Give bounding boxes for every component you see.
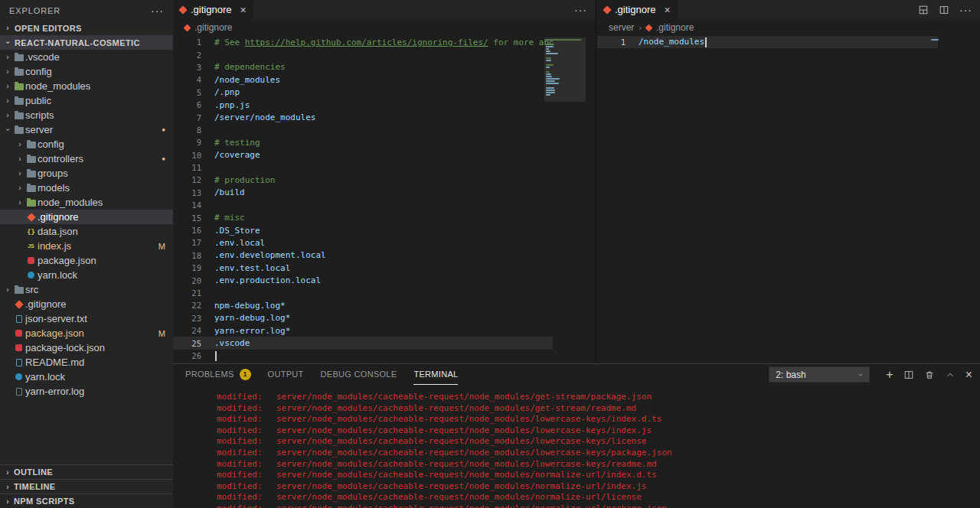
tree-item-gitignore[interactable]: .gitignore xyxy=(0,297,173,311)
new-terminal-icon[interactable]: + xyxy=(886,369,893,381)
tree-item-config[interactable]: ›config xyxy=(0,137,173,151)
code-line-13[interactable]: 13/build xyxy=(173,187,553,199)
sidebar-section-timeline[interactable]: ›TIMELINE xyxy=(0,479,173,493)
close-icon[interactable]: × xyxy=(240,5,246,15)
breadcrumb-item-server[interactable]: server xyxy=(609,22,634,33)
tree-item-yarn-error-log[interactable]: yarn-error.log xyxy=(0,384,173,399)
tab-gitignore-root[interactable]: .gitignore × xyxy=(173,0,253,19)
code-line-6[interactable]: 6.pnp.js xyxy=(173,99,553,111)
code-line-2[interactable]: 2 xyxy=(173,48,553,60)
tree-item-models[interactable]: ›models xyxy=(0,181,173,195)
tree-item-scripts[interactable]: ›scripts xyxy=(0,108,173,122)
workspace-section[interactable]: › REACT-NATURAL-COSMETIC xyxy=(0,35,173,50)
git-file-icon xyxy=(184,24,191,31)
tree-item-gitignore[interactable]: .gitignore xyxy=(0,210,173,224)
more-actions-icon[interactable]: ··· xyxy=(959,4,972,16)
sidebar-section-npm-scripts[interactable]: ›NPM SCRIPTS xyxy=(0,493,173,508)
code-line-10[interactable]: 10/coverage xyxy=(173,149,553,161)
tree-item-json-server-txt[interactable]: json-server.txt xyxy=(0,311,173,326)
code-line-12[interactable]: 12# production xyxy=(173,174,553,186)
tab-gitignore-server[interactable]: .gitignore × xyxy=(597,0,678,19)
code-line-1[interactable]: 1# See https://help.github.com/articles/… xyxy=(173,36,553,48)
code-editor-right[interactable]: 1/node_modules xyxy=(597,36,980,363)
code-line-8[interactable]: 8 xyxy=(173,124,553,136)
folder-icon xyxy=(15,54,24,61)
file-icon-wrap xyxy=(12,53,25,61)
breadcrumb-item-gitignore[interactable]: .gitignore xyxy=(656,22,694,33)
folder-icon xyxy=(27,156,36,163)
close-panel-icon[interactable]: × xyxy=(965,369,972,381)
tree-item-yarn-lock[interactable]: yarn.lock xyxy=(0,370,173,384)
close-icon[interactable]: × xyxy=(664,5,670,15)
token-entry: .DS_Store xyxy=(214,226,260,236)
tree-item-public[interactable]: ›public xyxy=(0,93,173,108)
tree-item-server[interactable]: ›server● xyxy=(0,122,173,137)
yarn-file-icon xyxy=(28,272,34,278)
terminal-shell-select[interactable]: 2: bash xyxy=(769,366,870,383)
tree-item-src[interactable]: ›src xyxy=(0,282,173,297)
tree-item-package-json[interactable]: package.json xyxy=(0,253,173,268)
open-editors-section[interactable]: › OPEN EDITORS xyxy=(0,21,173,35)
tree-item-package-lock-json[interactable]: package-lock.json xyxy=(0,340,173,355)
breadcrumb[interactable]: server›.gitignore xyxy=(597,19,980,36)
split-editor-icon[interactable] xyxy=(939,5,949,15)
tree-item-label: yarn-error.log xyxy=(25,386,84,397)
minimap[interactable] xyxy=(544,36,584,363)
minimap[interactable] xyxy=(929,36,969,363)
code-line-21[interactable]: 21 xyxy=(173,287,553,299)
chevron-down-icon: › xyxy=(4,125,12,135)
code-line-3[interactable]: 3# dependencies xyxy=(173,61,553,73)
chevron-right-icon: › xyxy=(3,96,12,105)
panel-tab-output[interactable]: OUTPUT xyxy=(268,364,304,385)
breadcrumb-item-gitignore[interactable]: .gitignore xyxy=(194,22,232,33)
kill-terminal-icon[interactable] xyxy=(924,370,935,380)
line-text xyxy=(201,350,553,361)
code-editor-left[interactable]: 1# See https://help.github.com/articles/… xyxy=(173,36,595,363)
tree-item-node-modules[interactable]: ›node_modules xyxy=(0,79,173,93)
code-line-19[interactable]: 19.env.test.local xyxy=(173,262,553,274)
code-line-1[interactable]: 1/node_modules xyxy=(597,36,938,48)
code-line-7[interactable]: 7/server/node_modules xyxy=(173,111,553,123)
code-line-22[interactable]: 22npm-debug.log* xyxy=(173,299,553,311)
code-line-23[interactable]: 23yarn-debug.log* xyxy=(173,312,553,324)
tree-item-controllers[interactable]: ›controllers● xyxy=(0,151,173,166)
code-line-5[interactable]: 5/.pnp xyxy=(173,86,553,99)
code-line-16[interactable]: 16.DS_Store xyxy=(173,224,553,236)
code-line-15[interactable]: 15# misc xyxy=(173,211,553,223)
panel-tab-debug-console[interactable]: DEBUG CONSOLE xyxy=(321,364,397,385)
split-terminal-icon[interactable] xyxy=(903,370,914,380)
bottom-panel: PROBLEMS1OUTPUTDEBUG CONSOLETERMINAL 2: … xyxy=(173,363,980,508)
panel-tab-terminal[interactable]: TERMINAL xyxy=(413,364,458,385)
tree-item-index-js[interactable]: JSindex.jsM xyxy=(0,239,173,253)
file-icon-wrap xyxy=(24,184,38,192)
tree-item-vscode[interactable]: ›.vscode xyxy=(0,50,173,64)
maximize-panel-icon[interactable] xyxy=(945,370,956,380)
code-line-26[interactable]: 26 xyxy=(173,350,553,362)
tree-item-config[interactable]: ›config xyxy=(0,64,173,79)
code-line-17[interactable]: 17.env.local xyxy=(173,236,553,249)
code-line-4[interactable]: 4/node_modules xyxy=(173,73,553,86)
tree-item-data-json[interactable]: {}data.json xyxy=(0,224,173,239)
sidebar-section-outline[interactable]: ›OUTLINE xyxy=(0,464,173,479)
tree-item-package-json[interactable]: package.jsonM xyxy=(0,326,173,340)
terminal-output[interactable]: modified:server/node_modules/cacheable-r… xyxy=(173,385,980,508)
panel-tab-problems[interactable]: PROBLEMS1 xyxy=(185,364,251,385)
code-line-24[interactable]: 24yarn-error.log* xyxy=(173,324,553,337)
code-line-9[interactable]: 9# testing xyxy=(173,136,553,148)
tree-item-readme-md[interactable]: README.md xyxy=(0,355,173,370)
code-line-25[interactable]: 25.vscode xyxy=(173,337,553,349)
breadcrumb[interactable]: .gitignore xyxy=(173,19,595,36)
file-icon-wrap xyxy=(24,155,38,163)
tree-item-groups[interactable]: ›groups xyxy=(0,166,173,181)
git-modified-badge: M xyxy=(158,329,173,338)
code-line-18[interactable]: 18.env.development.local xyxy=(173,249,553,262)
code-line-20[interactable]: 20.env.production.local xyxy=(173,274,553,286)
tree-item-node-modules[interactable]: ›node_modules xyxy=(0,195,173,210)
tree-item-yarn-lock[interactable]: yarn.lock xyxy=(0,268,173,282)
editor-layout-icon[interactable] xyxy=(918,5,929,15)
code-line-11[interactable]: 11 xyxy=(173,161,553,174)
more-actions-icon[interactable]: ··· xyxy=(574,4,587,16)
tree-item-label: data.json xyxy=(38,226,78,237)
code-line-14[interactable]: 14 xyxy=(173,199,553,211)
more-actions-icon[interactable]: ··· xyxy=(151,5,164,17)
